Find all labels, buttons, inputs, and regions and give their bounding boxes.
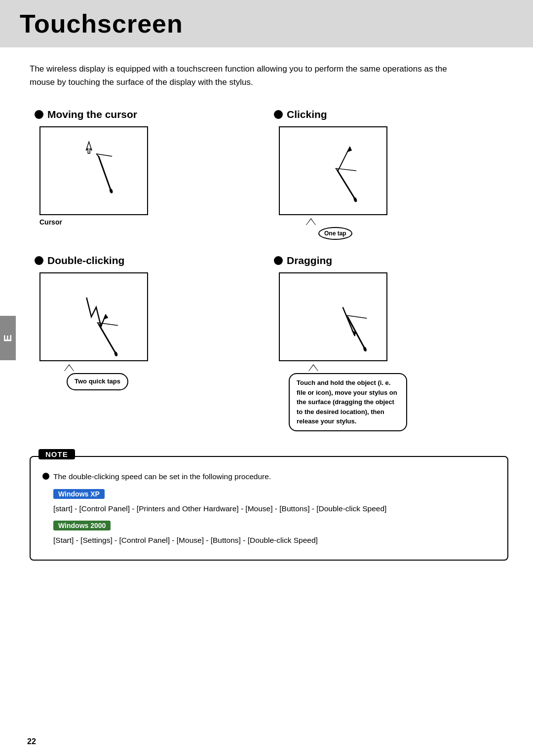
windows-xp-badge: Windows XP (53, 489, 105, 499)
intro-text: The wireless display is equipped with a … (30, 62, 474, 89)
section-double-clicking: Double-clicking (30, 250, 269, 441)
page-header: Touchscreen (0, 0, 533, 47)
note-tag: NOTE (38, 449, 75, 459)
section-title-double: Double-clicking (35, 255, 259, 266)
diagram-label-cursor: Cursor (39, 218, 259, 226)
windows-2000-text: [Start] - [Settings] - [Control Panel] -… (53, 534, 495, 547)
windows-2000-badge: Windows 2000 (53, 521, 111, 530)
callout-double: Two quick taps (67, 373, 128, 390)
section-clicking: Clicking (269, 104, 508, 250)
label-clicking: Clicking (287, 109, 327, 120)
note-box: NOTE The double-clicking speed can be se… (30, 456, 508, 561)
callout-dragging: Touch and hold the object (i. e. file or… (289, 373, 407, 431)
section-title-clicking: Clicking (274, 109, 498, 120)
svg-line-21 (346, 315, 367, 318)
note-text-1: The double-clicking speed can be set in … (53, 471, 271, 483)
label-double: Double-clicking (47, 255, 124, 266)
page-number: 22 (27, 737, 36, 746)
diagram-svg-dragging (280, 273, 386, 360)
diagram-box-double (39, 272, 148, 361)
svg-line-8 (337, 170, 355, 199)
section-title-dragging: Dragging (274, 255, 498, 266)
diagram-svg-moving (40, 127, 147, 214)
diagram-box-clicking (279, 126, 387, 215)
section-dragging: Dragging (269, 250, 508, 441)
diagram-svg-double (40, 273, 147, 360)
side-tab-label: E (1, 335, 14, 342)
bullet-clicking (274, 110, 283, 119)
svg-line-19 (347, 317, 364, 348)
page: E Touchscreen The wireless display is eq… (0, 0, 533, 756)
svg-line-1 (99, 156, 111, 190)
section-title-moving: Moving the cursor (35, 109, 259, 120)
note-bullet-1 (42, 473, 49, 480)
content: The wireless display is equipped with a … (0, 47, 533, 590)
diagram-box-moving (39, 126, 148, 215)
page-title: Touchscreen (20, 9, 513, 38)
bullet-dragging (274, 256, 283, 265)
note-item-1: The double-clicking speed can be set in … (42, 471, 495, 483)
side-tab: E (0, 316, 16, 360)
label-dragging: Dragging (287, 255, 332, 266)
label-moving: Moving the cursor (47, 109, 137, 120)
diagram-box-dragging (279, 272, 387, 361)
windows-xp-text: [start] - [Control Panel] - [Printers an… (53, 503, 495, 515)
diagram-svg-clicking (280, 127, 386, 214)
callout-clicking: One tap (318, 227, 352, 240)
svg-marker-0 (86, 142, 92, 153)
bullet-moving (35, 110, 43, 119)
svg-line-13 (99, 324, 115, 353)
sections-grid: Moving the cursor Cursor (30, 104, 508, 441)
section-moving-cursor: Moving the cursor Cursor (30, 104, 269, 250)
bullet-double (35, 256, 43, 265)
